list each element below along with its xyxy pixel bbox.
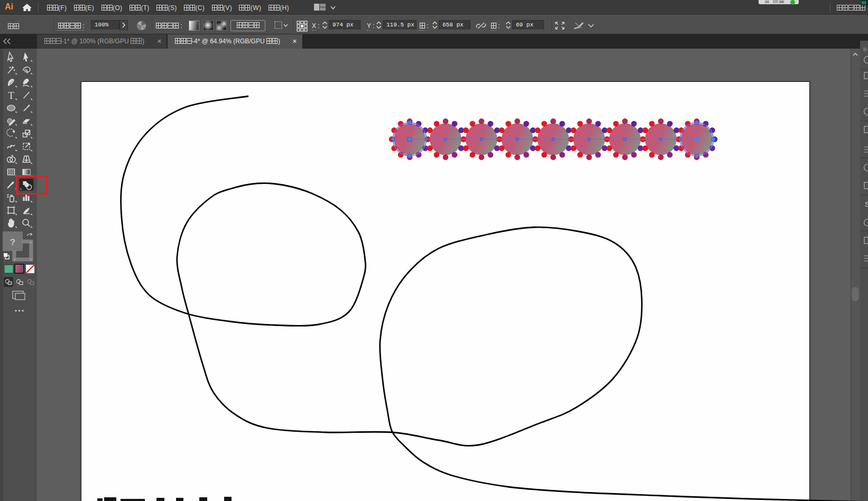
svg-text:?: ? bbox=[10, 237, 15, 247]
svg-text:?: ? bbox=[30, 240, 32, 245]
svg-text:?: ? bbox=[13, 257, 16, 262]
svg-text:?: ? bbox=[30, 257, 32, 262]
svg-text:T: T bbox=[8, 90, 14, 101]
